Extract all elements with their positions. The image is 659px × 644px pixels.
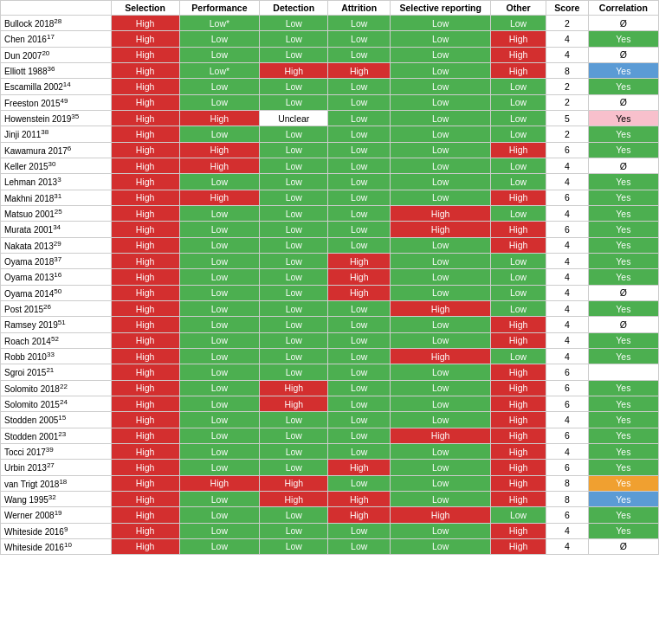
cell-performance: High [179, 142, 260, 158]
cell-detection: High [260, 62, 328, 78]
cell-attrition: Low [328, 538, 391, 554]
cell-selection: High [111, 348, 179, 364]
cell-score: 8 [546, 475, 588, 491]
table-row: Matsuo 200125HighLowLowLowHighLow4Yes [1, 205, 659, 221]
header-correlation: Correlation [588, 1, 658, 16]
cell-other: High [491, 443, 546, 459]
cell-score: 8 [546, 491, 588, 506]
cell-other: High [491, 428, 546, 443]
cell-score: 4 [546, 317, 588, 332]
cell-score: 4 [546, 253, 588, 268]
cell-correlation [588, 364, 658, 380]
cell-other: Low [491, 110, 546, 126]
cell-selection: High [111, 538, 179, 554]
cell-score: 4 [546, 523, 588, 538]
cell-performance: Low [179, 460, 260, 475]
cell-other: High [491, 538, 546, 554]
cell-performance: Low [179, 300, 260, 316]
table-header-row: Selection Performance Detection Attritio… [1, 1, 659, 16]
cell-score: 4 [546, 237, 588, 253]
cell-other: High [491, 237, 546, 253]
cell-detection: Low [260, 507, 328, 523]
cell-detection: Low [260, 428, 328, 443]
cell-detection: Low [260, 142, 328, 158]
cell-other: High [491, 190, 546, 205]
cell-selection: High [111, 158, 179, 173]
cell-correlation: Yes [588, 110, 658, 126]
cell-selective: Low [391, 142, 491, 158]
cell-detection: Low [260, 269, 328, 285]
cell-performance: Low [179, 443, 260, 459]
cell-correlation: Yes [588, 253, 658, 268]
cell-detection: High [260, 396, 328, 411]
cell-selection: High [111, 190, 179, 205]
cell-selective: High [391, 300, 491, 316]
cell-name: Solomito 201524 [1, 396, 112, 411]
cell-name: Stodden 200123 [1, 428, 112, 443]
cell-selection: High [111, 94, 179, 110]
cell-attrition: Low [328, 94, 391, 110]
cell-selective: Low [391, 332, 491, 348]
cell-performance: High [179, 190, 260, 205]
cell-score: 4 [546, 412, 588, 428]
table-row: Bullock 201828HighLow*LowLowLowLow2Ø [1, 16, 659, 31]
cell-name: Post 201526 [1, 300, 112, 316]
cell-selective: Low [391, 94, 491, 110]
cell-selective: Low [391, 396, 491, 411]
table-row: Nakata 201329HighLowLowLowLowHigh4Yes [1, 237, 659, 253]
table-row: Murata 200134HighLowLowLowHighHigh6Yes [1, 222, 659, 237]
cell-name: Lehman 20133 [1, 174, 112, 190]
cell-selection: High [111, 174, 179, 190]
cell-other: Low [491, 285, 546, 300]
cell-name: Stodden 200515 [1, 412, 112, 428]
cell-selective: High [391, 507, 491, 523]
cell-name: Howenstein 201935 [1, 110, 112, 126]
cell-attrition: Low [328, 222, 391, 237]
cell-detection: Low [260, 332, 328, 348]
table-row: van Trigt 201818HighHighHighLowLowHigh8Y… [1, 475, 659, 491]
cell-name: Oyama 201316 [1, 269, 112, 285]
cell-detection: Low [260, 300, 328, 316]
cell-score: 4 [546, 538, 588, 554]
table-row: Freeston 201549HighLowLowLowLowLow2Ø [1, 94, 659, 110]
cell-performance: High [179, 475, 260, 491]
cell-selective: Low [391, 285, 491, 300]
cell-detection: Low [260, 348, 328, 364]
cell-correlation: Yes [588, 428, 658, 443]
cell-correlation: Ø [588, 538, 658, 554]
cell-other: High [491, 412, 546, 428]
cell-correlation: Yes [588, 443, 658, 459]
cell-other: Low [491, 507, 546, 523]
cell-other: High [491, 475, 546, 491]
cell-selective: Low [391, 460, 491, 475]
cell-performance: Low [179, 79, 260, 94]
table-row: Escamilla 200214HighLowLowLowLowLow2Yes [1, 79, 659, 94]
cell-selective: High [391, 348, 491, 364]
cell-detection: Low [260, 190, 328, 205]
cell-correlation: Yes [588, 412, 658, 428]
cell-selection: High [111, 428, 179, 443]
cell-correlation: Yes [588, 222, 658, 237]
table-row: Stodden 200515HighLowLowLowLowHigh4Yes [1, 412, 659, 428]
cell-attrition: Low [328, 364, 391, 380]
cell-selection: High [111, 523, 179, 538]
cell-name: Elliott 198836 [1, 62, 112, 78]
cell-detection: Low [260, 443, 328, 459]
cell-attrition: Low [328, 31, 391, 47]
cell-selection: High [111, 269, 179, 285]
table-row: Oyama 201316HighLowLowHighLowLow4Yes [1, 269, 659, 285]
cell-other: High [491, 491, 546, 506]
cell-detection: Low [260, 253, 328, 268]
cell-name: Oyama 201450 [1, 285, 112, 300]
cell-attrition: Low [328, 317, 391, 332]
cell-score: 4 [546, 269, 588, 285]
cell-attrition: Low [328, 205, 391, 221]
cell-other: High [491, 47, 546, 62]
cell-performance: Low [179, 205, 260, 221]
cell-attrition: Low [328, 237, 391, 253]
cell-correlation: Ø [588, 158, 658, 173]
cell-performance: Low [179, 47, 260, 62]
table-row: Robb 201033HighLowLowLowHighLow4Yes [1, 348, 659, 364]
cell-correlation: Yes [588, 174, 658, 190]
cell-selection: High [111, 62, 179, 78]
